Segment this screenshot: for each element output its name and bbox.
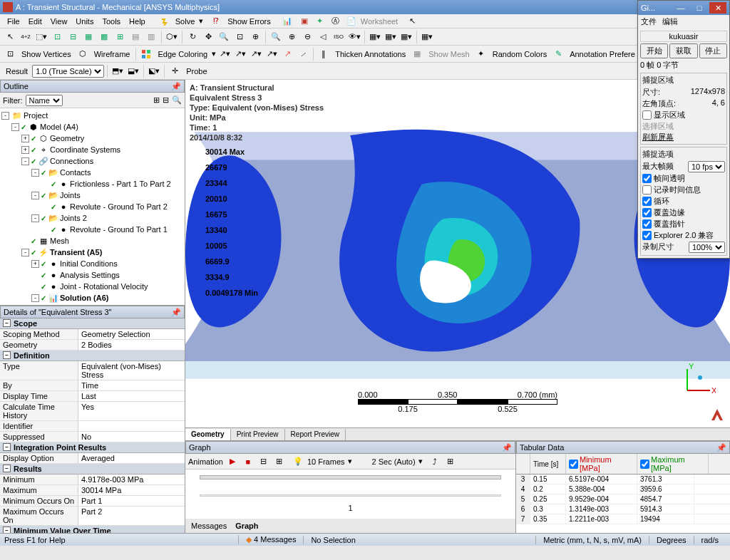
search-icon[interactable]: 🔍 — [172, 95, 182, 105]
detail-value[interactable]: Last — [78, 391, 185, 401]
menu-units[interactable]: Units — [71, 17, 98, 26]
vertex-icon[interactable]: 4+2 — [19, 30, 33, 44]
details-row[interactable]: Geometry2 Bodies — [0, 340, 185, 351]
gif-opt[interactable]: Explorer 2.0 兼容 — [642, 230, 725, 241]
expand-icon[interactable]: - — [21, 157, 29, 165]
detail-value[interactable]: Yes — [78, 402, 185, 420]
contour-icon[interactable]: ⬒▾ — [110, 64, 125, 78]
detail-value[interactable]: Time — [78, 380, 185, 390]
settings-icon[interactable]: ⊞ — [444, 455, 457, 468]
tree-node[interactable]: -✓⚡Transient (A5) — [0, 247, 185, 258]
detail-value[interactable]: 4.9178e-003 MPa — [78, 475, 185, 484]
outline-pin-icon[interactable]: 📌 — [171, 81, 181, 91]
show-mesh-icon[interactable]: ▦ — [410, 47, 424, 61]
detail-value[interactable]: Equivalent (von-Mises) Stress — [78, 361, 185, 380]
details-section[interactable]: −Integration Point Results — [0, 442, 185, 453]
tabular-body[interactable]: 30.156.5197e-0043761.340.25.388e-0043959… — [516, 475, 730, 533]
worksheet-button[interactable]: 📄Worksheet — [344, 16, 405, 26]
details-row[interactable]: Maximum Occurs OnPart 2 — [0, 507, 185, 526]
thicken-label[interactable]: Thicken Annotations — [332, 50, 408, 58]
menu-edit[interactable]: Edit — [24, 17, 46, 26]
menu-tools[interactable]: Tools — [98, 17, 125, 26]
tree-node[interactable]: -✓📂Contacts — [0, 167, 185, 178]
tree-node[interactable]: +✓●Initial Conditions — [0, 258, 185, 269]
play-icon[interactable]: ▶ — [226, 455, 239, 468]
expand-icon[interactable]: - — [21, 249, 29, 256]
tree-node[interactable]: -✓📂Joints — [0, 190, 185, 201]
wireframe-label[interactable]: Wireframe — [91, 50, 133, 58]
zoom-icon[interactable]: 🔍 — [217, 30, 231, 44]
fit-icon[interactable]: ⊕ — [248, 30, 262, 44]
tab-graph[interactable]: Graph — [235, 522, 258, 530]
table-row[interactable]: 50.259.9529e-0044854.7 — [516, 494, 730, 504]
details-row[interactable]: ByTime — [0, 380, 185, 391]
tree-node[interactable]: -✓📂Joints 2 — [0, 212, 185, 224]
gif-opt[interactable]: 覆盖指针 — [642, 219, 725, 229]
tab-print-preview[interactable]: Print Preview — [231, 429, 285, 440]
tree-node[interactable]: ✓●Frictionless - Part 1 To Part 2 — [0, 178, 185, 190]
tree-node[interactable]: +✓⬡Geometry — [0, 133, 185, 144]
edge-coloring-label[interactable]: Edge Coloring — [155, 50, 210, 58]
tab-geometry[interactable]: Geometry — [185, 429, 231, 440]
expand-icon[interactable]: + — [21, 146, 29, 154]
table-row[interactable]: 60.31.3149e-0035914.3 — [516, 504, 730, 514]
details-row[interactable]: Minimum4.9178e-003 MPa — [0, 475, 185, 485]
details-row[interactable]: Display OptionAveraged — [0, 453, 185, 464]
gif-dialog[interactable]: Gi... — □ ✕ 文件 编辑 kukuasir 开始 获取 停止 0 帧 … — [637, 0, 730, 259]
random-colors-label[interactable]: Random Colors — [490, 50, 550, 58]
show-area-check[interactable] — [642, 110, 652, 120]
export-icon[interactable]: ⤴ — [428, 455, 441, 468]
expand-all-icon[interactable]: ⊞ — [153, 95, 160, 105]
table-row[interactable]: 30.156.5197e-0043761.3 — [516, 475, 730, 484]
detail-value[interactable]: 30014 MPa — [78, 485, 185, 495]
show-vertices-label[interactable]: Show Vertices — [19, 50, 74, 58]
menu-help[interactable]: Help — [125, 17, 150, 26]
zoom-in-icon[interactable]: ⊕ — [284, 30, 299, 44]
gif-opt[interactable]: 记录时间信息 — [642, 185, 725, 195]
collapse-all-icon[interactable]: ⊟ — [163, 95, 169, 105]
status-messages[interactable]: ◆ 4 Messages — [238, 535, 303, 544]
edges-icon[interactable]: ⬓▾ — [126, 64, 140, 78]
tree-node[interactable]: -✓📊Solution (A6) — [0, 292, 185, 304]
detail-value[interactable]: Geometry Selection — [78, 329, 185, 339]
details-row[interactable]: TypeEquivalent (von-Mises) Stress — [0, 361, 185, 380]
tree-node[interactable]: ✓▦Mesh — [0, 235, 185, 247]
triad-icon[interactable]: YX — [680, 362, 716, 399]
tool-icon-3[interactable]: ✦ — [312, 16, 327, 26]
annotation-pref-label[interactable]: Annotation Prefere — [567, 50, 638, 58]
next-view-icon[interactable]: ISO — [331, 30, 346, 44]
min-col-check[interactable] — [569, 460, 578, 469]
details-row[interactable]: Scoping MethodGeometry Selection — [0, 329, 185, 340]
tabular-pin-icon[interactable]: 📌 — [716, 442, 726, 452]
select-icon[interactable]: ↖ — [3, 30, 17, 44]
recsize-select[interactable]: 100% — [689, 242, 725, 253]
graph-body[interactable]: 1 — [185, 470, 515, 519]
box-select-icon[interactable]: ⬚▾ — [34, 30, 48, 44]
show-vertices-icon[interactable]: ⊡ — [3, 47, 17, 61]
gif-dialog-titlebar[interactable]: Gi... — □ ✕ — [638, 1, 729, 15]
details-row[interactable]: Maximum30014 MPa — [0, 485, 185, 496]
filter-vertex-icon[interactable]: ⊡ — [50, 30, 64, 44]
rotate-icon[interactable]: ↻ — [185, 30, 200, 44]
show-mesh-label[interactable]: Show Mesh — [426, 50, 472, 58]
iso-view-icon[interactable]: ⬡▾ — [165, 30, 179, 44]
expand-icon[interactable]: + — [21, 135, 29, 142]
tree-node[interactable]: ✓●Revolute - Ground To Part 2 — [0, 201, 185, 212]
views-icon[interactable]: ▦▾ — [368, 30, 382, 44]
wireframe-icon[interactable]: ⬡ — [76, 47, 90, 61]
tree-node[interactable]: ✓●Revolute - Ground To Part 1 — [0, 224, 185, 235]
duration-label[interactable]: 2 Sec (Auto) — [372, 457, 416, 466]
expand-icon[interactable]: - — [11, 123, 19, 131]
tree-node[interactable]: -📁Project — [0, 110, 185, 121]
viewports-icon[interactable]: ▦▾ — [399, 30, 413, 44]
details-section[interactable]: −Minimum Value Over Time — [0, 526, 185, 533]
table-row[interactable]: 70.351.2211e-00319494 — [516, 514, 730, 524]
tree-node[interactable]: ✓●Joint - Rotational Velocity — [0, 281, 185, 292]
filter-body-icon[interactable]: ▩ — [97, 30, 111, 44]
edge-5-icon[interactable]: ↗ — [280, 47, 294, 61]
tool-icon-2[interactable]: ▣ — [297, 16, 312, 26]
edge-color-icon[interactable] — [139, 47, 153, 61]
edge-1-icon[interactable]: ↗▾ — [217, 47, 232, 61]
details-grid[interactable]: −ScopeScoping MethodGeometry SelectionGe… — [0, 318, 185, 533]
tool-icon-1[interactable]: 📊 — [278, 16, 297, 26]
